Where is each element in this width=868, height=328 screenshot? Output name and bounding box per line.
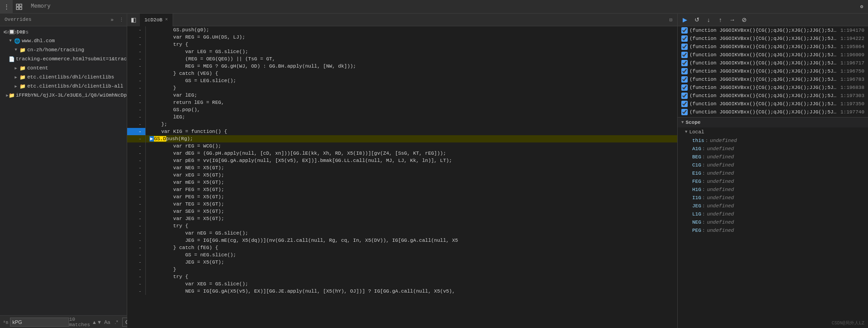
line-number[interactable]: -: [127, 164, 145, 171]
tree-file-icon: 🌐: [14, 38, 21, 44]
call-stack-checkbox[interactable]: [681, 60, 688, 66]
call-stack-item[interactable]: (function JGGOIKVBxx(){CG();qJG();XJG();…: [678, 83, 868, 92]
code-row: - GS = nEG.slice();: [127, 251, 677, 259]
scope-var-item: L1G : undefined: [678, 210, 868, 218]
tree-item[interactable]: ▶📁etc.clientlibs/dhl/clientlib-all: [0, 82, 127, 91]
code-area[interactable]: - GS.push(g0);- var REG = GG.UH(DS, LJ);…: [127, 26, 677, 328]
line-number[interactable]: -: [127, 77, 145, 84]
line-number[interactable]: -: [127, 70, 145, 77]
line-number[interactable]: -: [127, 208, 145, 215]
line-number[interactable]: -: [127, 26, 145, 34]
deactivate-btn[interactable]: ⊘: [739, 15, 749, 25]
call-stack-checkbox[interactable]: [681, 52, 688, 58]
line-number[interactable]: -: [127, 63, 145, 70]
search-prev-btn[interactable]: ▲: [92, 318, 97, 326]
line-number[interactable]: -: [127, 266, 145, 273]
scope-var-name: JEG: [692, 203, 701, 209]
exec-marker: ▶: [149, 136, 154, 142]
line-number[interactable]: -: [127, 55, 145, 63]
call-stack-item[interactable]: (function JGGOIKVBxx(){CG();qJG();XJG();…: [678, 92, 868, 100]
tree-item[interactable]: ▼📁cn-zh/home/tracking: [0, 45, 127, 54]
line-number[interactable]: -: [127, 41, 145, 48]
call-stack-item[interactable]: (function JGGOIKVBxx(){CG();qJG();XJG();…: [678, 100, 868, 108]
scope-local-header[interactable]: ▼ Local: [678, 127, 868, 137]
step-out-btn[interactable]: ↑: [715, 15, 726, 25]
call-stack-checkbox[interactable]: [681, 68, 688, 74]
line-number[interactable]: -: [127, 113, 145, 121]
line-number[interactable]: -: [127, 193, 145, 201]
tree-item[interactable]: 📄tracking-ecommerce.html?submit=1&trac: [0, 54, 127, 64]
line-number[interactable]: -: [127, 230, 145, 237]
line-number[interactable]: -: [127, 48, 145, 55]
line-number[interactable]: -: [127, 259, 145, 266]
call-stack-checkbox[interactable]: [681, 84, 688, 91]
editor-tabs: ◧ 1cD2oB × ⊡: [127, 14, 677, 26]
left-tab-more-btn[interactable]: »: [108, 17, 116, 23]
call-stack-checkbox[interactable]: [681, 93, 688, 99]
line-number[interactable]: -: [127, 186, 145, 193]
tree-item[interactable]: ▶📁iFFRbYNL/qjJX-3L/e3UE6_i/Q8/wiOmhNcDp: [0, 91, 127, 100]
step-btn[interactable]: →: [727, 15, 738, 25]
line-number[interactable]: -: [127, 273, 145, 280]
code-row: - var mEG = X5(GT);: [127, 179, 677, 186]
tree-item[interactable]: ▶🔲top: [0, 27, 127, 36]
tree-item[interactable]: ▶📁etc.clientlibs/dhl/clientlibs: [0, 73, 127, 82]
devtools-toggle-btn[interactable]: ⋮: [0, 0, 13, 14]
line-number[interactable]: -: [127, 222, 145, 230]
line-number[interactable]: -: [127, 84, 145, 92]
tree-item[interactable]: ▶📁content: [0, 64, 127, 73]
editor-tab-active[interactable]: 1cD2oB ×: [140, 14, 173, 26]
step-over-btn[interactable]: ↺: [691, 15, 702, 25]
line-number[interactable]: -: [127, 99, 145, 106]
line-number[interactable]: -: [127, 288, 145, 295]
line-number[interactable]: -: [127, 179, 145, 186]
call-stack-checkbox[interactable]: [681, 27, 688, 34]
call-stack-item[interactable]: (function JGGOIKVBxx(){CG();qJG();XJG();…: [678, 59, 868, 67]
line-number[interactable]: -: [127, 171, 145, 179]
left-tab-overrides[interactable]: Overrides: [0, 14, 36, 26]
line-number[interactable]: -: [127, 135, 145, 142]
line-number[interactable]: -: [127, 215, 145, 222]
call-stack-item[interactable]: (function JGGOIKVBxx(){CG();qJG();XJG();…: [678, 108, 868, 116]
line-number[interactable]: -: [127, 92, 145, 99]
call-stack-item[interactable]: (function JGGOIKVBxx(){CG();qJG();XJG();…: [678, 43, 868, 51]
call-stack-item[interactable]: (function JGGOIKVBxx(){CG();qJG();XJG();…: [678, 34, 868, 43]
tab-memory[interactable]: Memory: [25, 0, 102, 14]
line-number[interactable]: -: [127, 244, 145, 251]
editor-tab-close[interactable]: ×: [165, 17, 168, 22]
editor-collapse-btn[interactable]: ⊡: [665, 14, 677, 26]
line-number[interactable]: -: [127, 121, 145, 128]
line-number[interactable]: -: [127, 106, 145, 113]
left-tab-options-btn[interactable]: ⋮: [116, 17, 127, 23]
resume-btn[interactable]: ▶: [680, 15, 690, 25]
call-stack-checkbox[interactable]: [681, 101, 688, 107]
call-stack-checkbox[interactable]: [681, 76, 688, 83]
call-stack-checkbox[interactable]: [681, 109, 688, 115]
call-stack-checkbox[interactable]: [681, 35, 688, 42]
search-regex-btn[interactable]: .*: [113, 318, 120, 326]
line-number[interactable]: -: [127, 150, 145, 157]
call-stack-item[interactable]: (function JGGOIKVBxx(){CG();qJG();XJG();…: [678, 75, 868, 83]
line-number[interactable]: -: [127, 157, 145, 164]
line-number[interactable]: -: [127, 237, 145, 244]
inspect-btn[interactable]: [13, 0, 25, 14]
settings-icon[interactable]: ⚙: [855, 0, 868, 14]
call-stack-checkbox[interactable]: [681, 44, 688, 50]
search-case-btn[interactable]: Aa: [102, 318, 112, 326]
line-number[interactable]: -: [127, 280, 145, 288]
scope-header[interactable]: ▼ Scope: [678, 117, 868, 127]
search-next-btn[interactable]: ▼: [97, 318, 102, 326]
editor-back-btn[interactable]: ◧: [127, 14, 140, 26]
search-input[interactable]: kPG: [12, 319, 67, 325]
line-number[interactable]: -: [127, 251, 145, 259]
call-stack-item[interactable]: (function JGGOIKVBxx(){CG();qJG();XJG();…: [678, 51, 868, 59]
line-number[interactable]: -: [127, 128, 145, 135]
tree-item[interactable]: ▼🌐www.dhl.com: [0, 36, 127, 45]
call-stack-item[interactable]: (function JGGOIKVBxx(){CG();qJG();XJG();…: [678, 26, 868, 34]
step-into-btn[interactable]: ↓: [703, 15, 714, 25]
line-number[interactable]: -: [127, 34, 145, 41]
line-number[interactable]: -: [127, 201, 145, 208]
call-stack-item[interactable]: (function JGGOIKVBxx(){CG();qJG();XJG();…: [678, 67, 868, 75]
line-number[interactable]: -: [127, 142, 145, 150]
code-row: - JEG = IG[GG.mE(cg, X5(dq))](nv(GG.Zl.c…: [127, 237, 677, 244]
